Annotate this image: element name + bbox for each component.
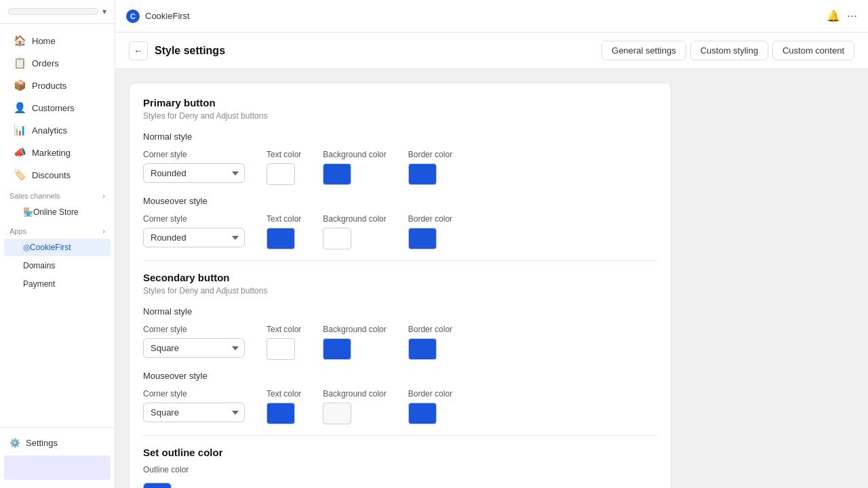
sidebar-item-home[interactable]: 🏠 Home: [4, 30, 111, 52]
primary-normal-text-color-label: Text color: [267, 150, 301, 159]
sidebar-item-orders[interactable]: 📋 Orders: [4, 52, 111, 74]
sales-channels-label: Sales channels: [9, 192, 60, 200]
topbar-right: 🔔 ···: [827, 9, 857, 23]
primary-mouseover-border-color-swatch[interactable]: [408, 228, 437, 249]
outline-color-field: Outline color: [143, 465, 657, 488]
primary-mouseover-text-color-swatch[interactable]: [267, 228, 295, 249]
primary-normal-bg-color-swatch[interactable]: [323, 163, 351, 185]
sidebar-item-customers[interactable]: 👤 Customers: [4, 97, 111, 119]
sidebar-item-marketing[interactable]: 📣 Marketing: [4, 142, 111, 163]
customers-icon: 👤: [14, 102, 26, 114]
store-name[interactable]: [8, 8, 98, 15]
sidebar-item-products[interactable]: 📦 Products: [4, 75, 111, 96]
secondary-normal-style-label: Normal style: [143, 306, 657, 317]
secondary-mouseover-text-color-swatch[interactable]: [267, 403, 295, 424]
bell-icon[interactable]: 🔔: [827, 9, 840, 22]
primary-mouseover-bg-color-swatch[interactable]: [323, 228, 351, 249]
secondary-button-title: Secondary button: [143, 272, 657, 283]
secondary-mouseover-border-color-field: Border color: [408, 389, 452, 424]
apps-section: Apps ›: [0, 222, 115, 238]
cookiefirst-label: CookieFirst: [30, 243, 71, 252]
settings-item[interactable]: ⚙️ Settings: [0, 433, 115, 453]
secondary-normal-style-row: Corner style Rounded Square Pill Text co…: [143, 325, 657, 360]
primary-button-section: Primary button Styles for Deny and Adjus…: [143, 97, 657, 249]
primary-mouseover-style-row: Corner style Rounded Square Pill Text co…: [143, 214, 657, 249]
primary-normal-corner-select[interactable]: Rounded Square Pill: [143, 163, 245, 183]
divider-1: [143, 260, 657, 261]
back-button[interactable]: ←: [129, 41, 148, 60]
sidebar-item-analytics[interactable]: 📊 Analytics: [4, 119, 111, 141]
primary-normal-border-color-field: Border color: [408, 150, 452, 185]
secondary-normal-border-color-field: Border color: [408, 325, 452, 360]
secondary-normal-bg-color-field: Background color: [323, 325, 386, 360]
products-icon: 📦: [14, 79, 26, 92]
style-settings-card: Primary button Styles for Deny and Adjus…: [129, 83, 671, 488]
tab-custom-content[interactable]: Custom content: [772, 41, 854, 60]
secondary-normal-corner-select[interactable]: Rounded Square Pill: [143, 338, 245, 358]
apps-label: Apps: [9, 227, 26, 235]
primary-mouseover-bg-color-field: Background color: [323, 214, 386, 249]
page-header: ← Style settings General settings Custom…: [115, 33, 868, 69]
discounts-icon: 🏷️: [14, 169, 26, 181]
sidebar-item-online-store[interactable]: 🏪 Online Store: [4, 203, 111, 221]
primary-mouseover-corner-label: Corner style: [143, 214, 245, 224]
sidebar-item-domains[interactable]: Domains: [4, 257, 111, 274]
divider-2: [143, 435, 657, 436]
primary-normal-border-color-label: Border color: [408, 150, 452, 159]
sidebar-item-products-label: Products: [32, 81, 66, 91]
primary-normal-corner-field: Corner style Rounded Square Pill: [143, 150, 245, 183]
secondary-normal-text-color-swatch[interactable]: [267, 338, 295, 360]
primary-button-subtitle: Styles for Deny and Adjust buttons: [143, 111, 657, 121]
sidebar-bottom: ⚙️ Settings: [0, 427, 115, 488]
topbar: C CookieFirst 🔔 ···: [115, 0, 868, 33]
secondary-normal-bg-color-swatch[interactable]: [323, 338, 351, 360]
secondary-normal-text-color-field: Text color: [267, 325, 301, 360]
secondary-mouseover-border-color-swatch[interactable]: [408, 403, 437, 424]
domains-label: Domains: [23, 261, 55, 270]
secondary-mouseover-text-color-label: Text color: [267, 389, 301, 399]
outline-color-swatch[interactable]: [143, 483, 172, 488]
chevron-down-icon: ▾: [102, 7, 106, 16]
header-tabs: General settings Custom styling Custom c…: [601, 41, 854, 60]
sidebar-item-customers-label: Customers: [32, 103, 75, 113]
sales-channels-section: Sales channels ›: [0, 186, 115, 203]
secondary-mouseover-bg-color-swatch[interactable]: [323, 403, 351, 424]
sidebar-top: ▾: [0, 0, 115, 24]
sidebar: ▾ 🏠 Home 📋 Orders 📦 Products 👤 Customers…: [0, 0, 115, 488]
settings-icon: ⚙️: [9, 438, 20, 448]
primary-normal-style-label: Normal style: [143, 131, 657, 142]
primary-normal-text-color-swatch[interactable]: [267, 163, 295, 185]
secondary-mouseover-bg-color-field: Background color: [323, 389, 386, 424]
sidebar-nav: 🏠 Home 📋 Orders 📦 Products 👤 Customers 📊…: [0, 24, 115, 299]
tab-custom-styling[interactable]: Custom styling: [690, 41, 768, 60]
analytics-icon: 📊: [14, 124, 26, 136]
secondary-normal-corner-label: Corner style: [143, 325, 245, 334]
primary-normal-border-color-swatch[interactable]: [408, 163, 437, 185]
secondary-mouseover-style-label: Mouseover style: [143, 371, 657, 381]
sidebar-item-home-label: Home: [32, 36, 56, 46]
primary-mouseover-border-color-label: Border color: [408, 214, 452, 224]
primary-normal-corner-label: Corner style: [143, 150, 245, 159]
sidebar-item-payment[interactable]: Payment: [4, 275, 111, 293]
primary-mouseover-bg-color-label: Background color: [323, 214, 386, 224]
content-area: Primary button Styles for Deny and Adjus…: [115, 69, 868, 488]
more-options-icon[interactable]: ···: [847, 9, 857, 23]
secondary-mouseover-corner-select[interactable]: Rounded Square Pill: [143, 403, 245, 422]
primary-normal-bg-color-field: Background color: [323, 150, 386, 185]
outline-color-label: Outline color: [143, 465, 657, 474]
primary-normal-text-color-field: Text color: [267, 150, 301, 185]
marketing-icon: 📣: [14, 146, 26, 159]
secondary-normal-bg-color-label: Background color: [323, 325, 386, 334]
sidebar-item-discounts[interactable]: 🏷️ Discounts: [4, 164, 111, 186]
primary-mouseover-corner-select[interactable]: Rounded Square Pill: [143, 228, 245, 247]
secondary-normal-corner-field: Corner style Rounded Square Pill: [143, 325, 245, 358]
apps-chevron: ›: [102, 227, 105, 235]
tab-general-settings[interactable]: General settings: [601, 41, 686, 60]
secondary-button-section: Secondary button Styles for Deny and Adj…: [143, 272, 657, 424]
sales-channels-chevron: ›: [102, 192, 105, 200]
online-store-label: Online Store: [33, 207, 79, 217]
orders-icon: 📋: [14, 57, 26, 69]
secondary-normal-border-color-swatch[interactable]: [408, 338, 437, 360]
sidebar-item-cookiefirst[interactable]: ◎ CookieFirst: [4, 239, 111, 256]
secondary-button-subtitle: Styles for Deny and Adjust buttons: [143, 286, 657, 296]
